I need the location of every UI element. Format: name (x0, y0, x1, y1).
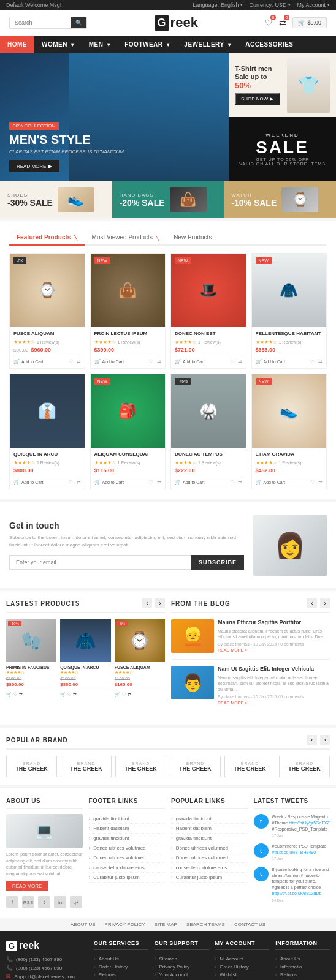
tab-most-viewed[interactable]: Most Viewed Products ╲ (85, 230, 167, 244)
brand-item[interactable]: BRAND THE GREEK (115, 756, 166, 777)
service-link[interactable]: Order History (94, 963, 148, 971)
latest-wishlist[interactable]: ♡ (67, 692, 71, 697)
latest-compare[interactable]: ⇄ (128, 692, 131, 697)
compare-btn[interactable]: ⇄ (318, 359, 323, 364)
account-link[interactable]: Order History (215, 963, 270, 971)
footer-link[interactable]: gravida tincidunt (89, 814, 166, 824)
brands-next[interactable]: › (320, 735, 330, 745)
bags-banner[interactable]: HAND BAGS -20% SALE 👜 (112, 181, 224, 218)
footer-popular-link[interactable]: Curabitur justo ipsum (171, 873, 248, 883)
wishlist-btn[interactable]: ♡ (69, 480, 73, 485)
brand-item[interactable]: BRAND THE GREEK (279, 756, 330, 777)
footer-contact-link[interactable]: CONTACT US (234, 922, 265, 927)
nav-jewellery[interactable]: JEWELLERY ▾ (177, 36, 238, 53)
footer-popular-link[interactable]: Habent datiblam (171, 824, 248, 834)
support-link[interactable]: Privacy Policy (155, 963, 209, 971)
footer-link[interactable]: Donec ultrices volutmed (89, 853, 166, 863)
cart-button[interactable]: 🛒 $0.00 (292, 17, 327, 28)
wishlist-btn[interactable]: ♡ (230, 480, 234, 485)
footer-popular-link[interactable]: Donec ultrices volutmed (171, 843, 248, 853)
blog-prev[interactable]: ‹ (307, 598, 317, 608)
wishlist-icon[interactable]: ♡ 0 (265, 18, 273, 28)
newsletter-input[interactable] (9, 555, 191, 570)
brand-item[interactable]: BRAND THE GREEK (224, 756, 275, 777)
cart-icon[interactable]: 🛒 (94, 359, 101, 364)
support-link[interactable]: Sitemap (155, 955, 209, 963)
latest-cart[interactable]: 🛒 (60, 692, 66, 697)
brands-prev[interactable]: ‹ (307, 735, 317, 745)
footer-sitemap-link[interactable]: SITE MAP (155, 922, 177, 927)
shoes-banner[interactable]: SHOES -30% SALE 👟 (0, 181, 112, 218)
twitter-icon[interactable]: t (38, 896, 50, 908)
footer-popular-link[interactable]: consectetur dolore eros (171, 863, 248, 873)
nav-home[interactable]: HOME (0, 36, 34, 53)
add-cart-text[interactable]: Add to Cart (264, 480, 285, 484)
latest-cart[interactable]: 🛒 (115, 692, 120, 697)
account-link[interactable]: Mi Account (215, 955, 270, 963)
cart-icon[interactable]: 🛒 (13, 359, 20, 364)
service-link[interactable]: Returns (94, 971, 148, 979)
blog-read-more[interactable]: READ MORE » (218, 648, 330, 652)
tweet-link[interactable]: #th.bt.co.uk/8TBH9490 (272, 850, 316, 854)
facebook-icon[interactable]: f (6, 896, 18, 908)
footer-link[interactable]: gravida tincidunt (89, 834, 166, 843)
wishlist-btn[interactable]: ♡ (149, 359, 153, 364)
wishlist-btn[interactable]: ♡ (310, 359, 315, 364)
brand-item[interactable]: BRAND THE GREEK (170, 756, 221, 777)
support-link[interactable]: Your Account (155, 971, 209, 979)
hero-cta-button[interactable]: READ MORE ▶ (9, 160, 59, 172)
footer-popular-link[interactable]: Donec ultrices volutmed (171, 853, 248, 863)
compare-btn[interactable]: ⇄ (77, 480, 81, 485)
add-cart-text[interactable]: Add to Cart (21, 360, 43, 364)
logo[interactable]: G reek (155, 15, 198, 31)
blog-read-more[interactable]: READ MORE » (218, 701, 330, 705)
brand-item[interactable]: BRAND THE GREEK (61, 756, 112, 777)
rss-icon[interactable]: RSS (22, 896, 34, 908)
about-read-more[interactable]: READ MORE (6, 881, 48, 891)
latest-compare[interactable]: ⇄ (73, 692, 77, 697)
compare-icon[interactable]: ⇄ 0 (279, 18, 286, 28)
add-cart-text[interactable]: Add to Cart (102, 480, 124, 484)
account-link[interactable]: Wishlist (215, 971, 270, 979)
wishlist-btn[interactable]: ♡ (149, 480, 153, 485)
cart-icon[interactable]: 🛒 (256, 359, 262, 364)
footer-link[interactable]: consectetur dolore eros (89, 863, 166, 873)
footer-popular-link[interactable]: gravida tincidunt (171, 834, 248, 843)
compare-btn[interactable]: ⇄ (157, 480, 161, 485)
info-link[interactable]: About Us (275, 955, 330, 963)
cart-icon[interactable]: 🛒 (256, 480, 262, 485)
cart-icon[interactable]: 🛒 (13, 480, 20, 485)
watch-banner[interactable]: WATCH -10% SALE ⌚ (224, 181, 336, 218)
wishlist-btn[interactable]: ♡ (69, 359, 73, 364)
wishlist-btn[interactable]: ♡ (310, 480, 315, 485)
info-link[interactable]: Informatio (275, 963, 330, 971)
cart-icon[interactable]: 🛒 (175, 359, 181, 364)
nav-women[interactable]: WOMEN ▾ (34, 36, 82, 53)
shop-now-button[interactable]: SHOP NOW ▶ (235, 93, 280, 105)
compare-btn[interactable]: ⇄ (157, 359, 161, 364)
add-cart-text[interactable]: Add to Cart (264, 360, 285, 364)
footer-privacy-link[interactable]: PRIVACY POLICY (105, 922, 145, 927)
subscribe-button[interactable]: SUBSCRIBE (191, 555, 244, 570)
linkedin-icon[interactable]: in (54, 896, 66, 908)
add-cart-text[interactable]: Add to Cart (21, 480, 43, 484)
latest-compare[interactable]: ⇄ (19, 692, 23, 697)
latest-prev[interactable]: ‹ (142, 598, 152, 608)
nav-men[interactable]: MEN ▾ (82, 36, 118, 53)
search-button[interactable]: 🔍 (71, 17, 86, 28)
compare-btn[interactable]: ⇄ (238, 359, 242, 364)
account-section[interactable]: My Account ▾ (297, 2, 330, 8)
nav-accessories[interactable]: ACCESSORIES (238, 36, 300, 53)
footer-search-link[interactable]: SEARCH TEAMS (186, 922, 225, 927)
footer-link[interactable]: Habent datiblam (89, 824, 166, 834)
blog-next[interactable]: › (320, 598, 330, 608)
tab-new[interactable]: New Products (166, 230, 219, 244)
latest-wishlist[interactable]: ♡ (13, 692, 17, 697)
language-section[interactable]: Language: English ▾ (193, 2, 243, 8)
add-cart-text[interactable]: Add to Cart (102, 360, 124, 364)
compare-btn[interactable]: ⇄ (77, 359, 81, 364)
service-link[interactable]: About Us (94, 955, 148, 963)
wishlist-btn[interactable]: ♡ (230, 359, 234, 364)
info-link[interactable]: Returns (275, 971, 330, 979)
currency-section[interactable]: Currency: USD ▾ (249, 2, 291, 8)
